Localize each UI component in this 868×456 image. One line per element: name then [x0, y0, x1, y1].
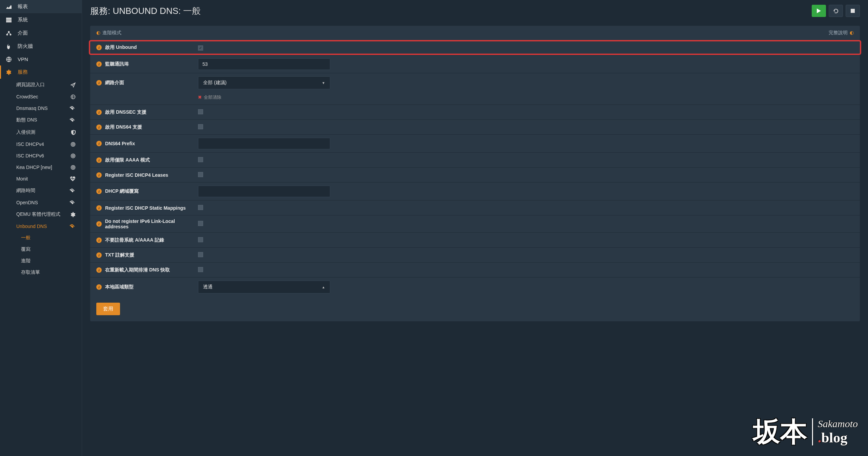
local-zone-type-select[interactable]: 透通 ▲: [198, 281, 330, 293]
sidebar-item-dhcpv6[interactable]: ISC DHCPv6: [0, 150, 82, 162]
info-icon[interactable]: i: [96, 172, 102, 178]
svg-rect-1: [6, 19, 12, 21]
globe-icon: [71, 94, 76, 99]
apply-button[interactable]: 套用: [96, 303, 120, 315]
nav-system[interactable]: 系統: [0, 13, 82, 26]
info-icon[interactable]: i: [96, 45, 102, 50]
svg-rect-0: [6, 18, 12, 19]
sidebar-item-captiveportal[interactable]: 網頁認證入口: [0, 79, 82, 91]
select-value: 透通: [203, 284, 213, 290]
gear-icon: [71, 212, 76, 217]
sub-label: Monit: [16, 176, 28, 182]
listen-port-input[interactable]: [198, 58, 330, 70]
field-label: Register ISC DHCP4 Leases: [105, 172, 168, 178]
info-icon[interactable]: i: [96, 125, 102, 130]
sidebar-item-qemu[interactable]: QEMU 客體代理程式: [0, 208, 82, 221]
sidebar-item-crowdsec[interactable]: CrowdSec: [0, 91, 82, 102]
sidebar: 報表 系統 介面 防火牆 VPN 服務 網頁認證入口 CrowdSec: [0, 0, 82, 456]
sidebar-item-dyndns[interactable]: 動態 DNS: [0, 114, 82, 126]
info-icon[interactable]: i: [96, 221, 102, 227]
sub-label: Dnsmasq DNS: [16, 106, 48, 111]
sub-label: QEMU 客體代理程式: [16, 211, 60, 217]
info-icon[interactable]: i: [96, 61, 102, 67]
dns64-checkbox[interactable]: [198, 124, 203, 129]
clear-all-link[interactable]: ✖全部清除: [90, 92, 860, 104]
sidebar-item-unbound[interactable]: Unbound DNS: [0, 221, 82, 232]
tags-icon: [70, 201, 76, 205]
row-register-static: iRegister ISC DHCP Static Mappings: [90, 200, 860, 215]
row-network-interface: i網路介面 全部 (建議) ▼: [90, 73, 860, 92]
field-label: DNS64 Prefix: [105, 141, 135, 146]
nav-label: VPN: [18, 56, 28, 62]
aaaa-only-checkbox[interactable]: [198, 157, 203, 162]
nav-vpn[interactable]: VPN: [0, 53, 82, 65]
info-icon[interactable]: i: [96, 157, 102, 163]
sidebar-item-dhcpv4[interactable]: ISC DHCPv4: [0, 138, 82, 150]
field-label: 監聽通訊埠: [105, 61, 129, 67]
sub-label: 動態 DNS: [16, 117, 37, 123]
sub-label: Kea DHCP [new]: [16, 165, 52, 170]
target-icon: [71, 142, 76, 147]
sub-label: ISC DHCPv4: [16, 141, 44, 147]
field-label: 啟用僅限 AAAA 模式: [105, 157, 150, 163]
nav-firewall[interactable]: 防火牆: [0, 40, 82, 53]
svg-point-16: [73, 167, 74, 168]
no-a-aaaa-checkbox[interactable]: [198, 237, 203, 242]
info-icon[interactable]: i: [96, 110, 102, 115]
sub-label: CrowdSec: [16, 94, 38, 99]
field-label: 不要註冊系統 A/AAAA 記錄: [105, 237, 164, 243]
info-icon[interactable]: i: [96, 284, 102, 290]
nav-reports[interactable]: 報表: [0, 0, 82, 13]
network-icon: [6, 31, 13, 36]
sidebar-item-opendns[interactable]: OpenDNS: [0, 197, 82, 208]
svg-point-10: [73, 144, 74, 145]
unbound-sub-advanced[interactable]: 進階: [0, 255, 82, 267]
register-dhcp4-checkbox[interactable]: [198, 172, 203, 177]
field-label: 在重新載入期間排清 DNS 快取: [105, 267, 170, 273]
row-dhcp-domain: iDHCP 網域覆寫: [90, 182, 860, 200]
info-icon[interactable]: i: [96, 189, 102, 194]
sub-label: 入侵偵測: [16, 129, 35, 135]
stop-button[interactable]: [846, 5, 860, 17]
nav-interfaces[interactable]: 介面: [0, 26, 82, 40]
flush-cache-checkbox[interactable]: [198, 267, 203, 272]
register-static-checkbox[interactable]: [198, 205, 203, 210]
advanced-mode-toggle[interactable]: ◐進階模式: [96, 30, 121, 36]
tags-icon: [70, 118, 76, 122]
no-ipv6-ll-checkbox[interactable]: [198, 221, 203, 226]
full-help-toggle[interactable]: 完整說明◐: [829, 30, 854, 36]
sub-label: Unbound DNS: [16, 224, 47, 229]
unbound-sub-acl[interactable]: 存取清單: [0, 267, 82, 278]
dns64-prefix-input[interactable]: [198, 138, 330, 149]
sidebar-item-monit[interactable]: Monit: [0, 173, 82, 185]
enable-unbound-checkbox[interactable]: [198, 45, 203, 51]
sub-label: OpenDNS: [16, 200, 38, 205]
nav-label: 系統: [18, 17, 28, 23]
info-icon[interactable]: i: [96, 80, 102, 86]
sidebar-item-kea[interactable]: Kea DHCP [new]: [0, 162, 82, 173]
panel-top-bar: ◐進階模式 完整說明◐: [90, 26, 860, 40]
unbound-sub-overrides[interactable]: 覆寫: [0, 244, 82, 255]
row-register-dhcp4: iRegister ISC DHCP4 Leases: [90, 167, 860, 182]
heartbeat-icon: [70, 176, 76, 181]
sidebar-item-ids[interactable]: 入侵偵測: [0, 126, 82, 138]
info-icon[interactable]: i: [96, 141, 102, 146]
info-icon[interactable]: i: [96, 267, 102, 273]
dhcp-domain-input[interactable]: [198, 186, 330, 197]
field-label: Do not register IPv6 Link-Local addresse…: [105, 218, 198, 229]
sidebar-item-ntp[interactable]: 網路時間: [0, 185, 82, 197]
info-icon[interactable]: i: [96, 205, 102, 211]
svg-rect-17: [851, 9, 855, 13]
txt-support-checkbox[interactable]: [198, 252, 203, 257]
info-icon[interactable]: i: [96, 238, 102, 243]
dnssec-checkbox[interactable]: [198, 109, 203, 114]
info-icon[interactable]: i: [96, 252, 102, 258]
unbound-sub-general[interactable]: 一般: [0, 232, 82, 244]
network-interface-select[interactable]: 全部 (建議) ▼: [198, 76, 330, 89]
start-button[interactable]: [812, 5, 826, 17]
nav-services[interactable]: 服務: [0, 65, 82, 79]
restart-button[interactable]: [829, 5, 843, 17]
sidebar-item-dnsmasq[interactable]: Dnsmasq DNS: [0, 102, 82, 114]
row-dns64-prefix: iDNS64 Prefix: [90, 134, 860, 152]
tags-icon: [70, 224, 76, 229]
